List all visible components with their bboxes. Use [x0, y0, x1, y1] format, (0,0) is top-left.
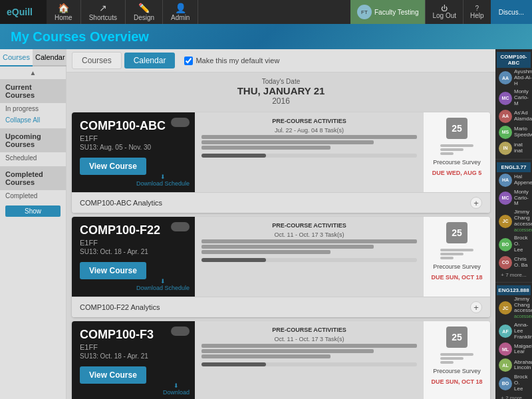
rs-person-1-3[interactable]: BO Brock O. Lee — [497, 234, 531, 254]
calendar-tab-btn[interactable]: Calendar — [124, 53, 176, 68]
center-content: Courses Calendar Make this my default vi… — [66, 49, 495, 399]
faculty-avatar: FT — [357, 5, 372, 19]
rs-person-1-0[interactable]: HA Hal Appene — [497, 172, 531, 188]
view-course-button-2[interactable]: View Course — [80, 366, 146, 384]
nav-admin[interactable]: 👤 Admin — [163, 0, 198, 24]
course-dates-2: SU13: Oct. 18 - Apr. 21 — [80, 352, 187, 360]
survey-label-2: Precourse Survey — [433, 368, 481, 374]
rs-name-1-2: Jimmy Chang accessedaccessed — [514, 209, 532, 233]
rs-name-1-4: Chris O. Ba — [514, 257, 529, 269]
view-course-button-0[interactable]: View Course — [80, 158, 146, 175]
rs-name-1-1: Monty Carlo-M — [514, 190, 529, 207]
rs-person-2-4[interactable]: BO Brock O. Lee — [497, 373, 531, 393]
task-bar-med-1 — [201, 245, 374, 249]
survey-label-1: Precourse Survey — [433, 263, 481, 270]
rs-avatar-2-3: AL — [499, 358, 512, 372]
show-button[interactable]: Show — [5, 205, 61, 217]
faculty-testing[interactable]: FT Faculty Testing — [350, 0, 426, 24]
rs-person-0-1[interactable]: MC Monty Carlo-M — [497, 88, 531, 108]
date-main: THU, JANUARY 21 — [66, 85, 495, 96]
course-dates-0: SU13: Aug. 05 - Nov. 30 — [80, 144, 187, 151]
pre-course-label-0: PRE-COURSE ACTIVITIES — [201, 118, 417, 124]
help-button[interactable]: ? Help — [463, 0, 491, 24]
rs-person-1-4[interactable]: CO Chris O. Ba — [497, 255, 531, 271]
nav-design[interactable]: ✏️ Design — [126, 0, 163, 24]
view-course-button-1[interactable]: View Course — [80, 262, 146, 279]
rs-avatar-0-1: MC — [499, 92, 512, 105]
nav-shortcuts[interactable]: ↗ Shortcuts — [81, 0, 126, 24]
rs-name-2-1: Anna-Lee Franklin — [514, 323, 532, 340]
home-icon: 🏠 — [58, 3, 69, 13]
tb-l-1 — [440, 249, 473, 251]
tab-calendar[interactable]: Calendar — [33, 49, 68, 66]
task-bar-long-1 — [201, 239, 417, 243]
nav-home[interactable]: 🏠 Home — [47, 0, 81, 24]
page-title: My Courses Overview — [11, 29, 149, 45]
collapse-all-button[interactable]: Collapse All — [0, 114, 66, 126]
default-view-checkbox[interactable] — [184, 57, 193, 65]
rs-person-1-2[interactable]: JC Jimmy Chang accessedaccessed — [497, 208, 531, 234]
rs-more-1[interactable]: + 7 more... — [497, 271, 531, 279]
rs-avatar-0-3: MS — [499, 126, 512, 139]
logout-label: Log Out — [432, 12, 456, 19]
task-bar-short-0 — [201, 146, 331, 150]
course-left-2: COMP100-F3 E1FF SU13: Oct. 18 - Apr. 21 … — [72, 321, 195, 399]
download-schedule-2[interactable]: ⬇Download — [163, 382, 190, 396]
rs-person-0-0[interactable]: AA Ayushm Abd-Al-H — [497, 68, 531, 88]
upcoming-courses-header: Upcoming Courses — [0, 128, 66, 152]
rs-name-0-3: Mario Speedw — [514, 126, 532, 138]
rs-more-2[interactable]: + 2 more... — [497, 394, 531, 399]
analytics-plus-0[interactable]: + — [470, 197, 482, 209]
sort-arrow[interactable]: ▲ — [0, 66, 66, 79]
analytics-bar-0: COMP100-ABC Analytics + — [72, 192, 490, 213]
rs-person-2-1[interactable]: AF Anna-Lee Franklin — [497, 321, 531, 341]
rs-name-2-4: Brock O. Lee — [514, 374, 529, 392]
rs-name-2-3: Abraham Lincoln — [514, 360, 532, 372]
upcoming-label: Upcoming Courses — [5, 132, 41, 148]
course-toggle-0[interactable] — [171, 118, 190, 127]
shortcuts-icon: ↗ — [99, 3, 107, 13]
default-view-label: Make this my default view — [196, 57, 279, 65]
logout-button[interactable]: ⏻ Log Out — [425, 0, 463, 24]
due-date-0: DUE WED, AUG 5 — [432, 170, 482, 176]
tb-m-2 — [440, 357, 464, 360]
rs-header-2: ENG123.888 — [497, 285, 531, 295]
download-schedule-1[interactable]: ⬇Download Schedule — [136, 278, 190, 291]
rs-person-2-3[interactable]: AL Abraham Lincoln — [497, 357, 531, 373]
rs-name-1-0: Hal Appene — [514, 174, 532, 186]
rs-avatar-2-2: ML — [499, 342, 512, 356]
nav-right: FT Faculty Testing ⏻ Log Out ? Help Disc… — [350, 0, 532, 24]
course-cards-container: COMP100-ABC E1FF SU13: Aug. 05 - Nov. 30… — [66, 112, 495, 399]
progress-bar-1 — [201, 258, 417, 262]
nav-shortcuts-label: Shortcuts — [89, 14, 117, 21]
rs-avatar-0-2: AA — [499, 110, 512, 123]
completed-label: Completed Courses — [5, 170, 43, 186]
help-label: Help — [470, 12, 484, 19]
courses-tab-btn[interactable]: Courses — [72, 52, 122, 69]
task-bar-short-1 — [201, 250, 331, 254]
course-id-2: E1FF — [80, 343, 187, 351]
task-bars-small-1 — [440, 247, 473, 261]
rs-person-2-2[interactable]: ML Malgael Lear — [497, 341, 531, 357]
discuss-button[interactable]: Discus... — [491, 0, 532, 24]
rs-person-0-3[interactable]: MS Mario Speedw — [497, 124, 531, 140]
progress-fill-1 — [201, 258, 266, 262]
task-bar-med-2 — [201, 349, 374, 353]
rs-person-0-2[interactable]: AA As'Ad Alamda — [497, 108, 531, 124]
rs-person-0-4[interactable]: IN inat inat — [497, 140, 531, 156]
course-right-0: 25 Precourse Survey DUE WED, AUG 5 — [424, 112, 490, 192]
analytics-label-0: COMP100-ABC Analytics — [80, 199, 162, 207]
course-toggle-2[interactable] — [171, 327, 190, 336]
analytics-plus-1[interactable]: + — [470, 301, 482, 313]
logout-icon: ⏻ — [441, 5, 448, 12]
tb-l-0 — [440, 144, 473, 147]
course-toggle-1[interactable] — [171, 222, 190, 231]
brand-logo: eQuill — [0, 0, 47, 24]
rs-person-2-0[interactable]: JC Jimmy Chang accessedaccessed — [497, 295, 531, 321]
rs-person-1-1[interactable]: MC Monty Carlo-M — [497, 188, 531, 208]
completed-courses-header: Completed Courses — [0, 166, 66, 190]
tb-m-0 — [440, 148, 464, 151]
download-schedule-0[interactable]: ⬇Download Schedule — [136, 174, 190, 187]
tab-courses[interactable]: Courses — [0, 49, 33, 66]
date-year: 2016 — [66, 96, 495, 106]
